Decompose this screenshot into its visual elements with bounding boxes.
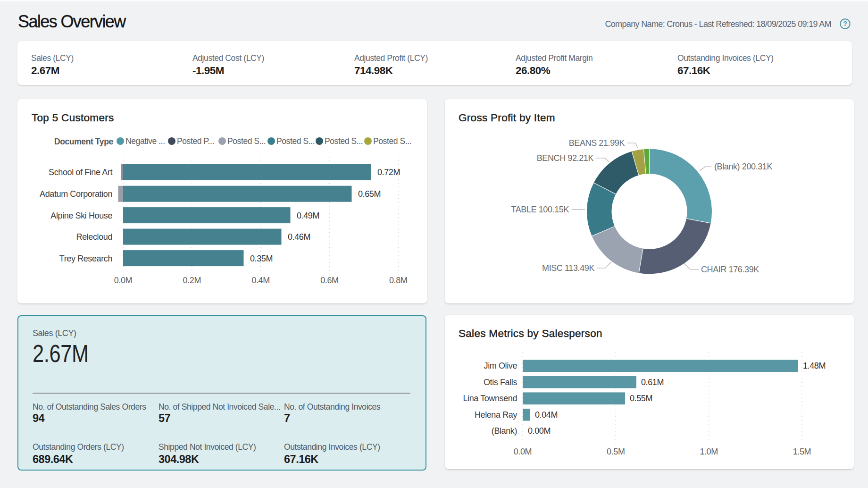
svg-text:0.4M: 0.4M <box>251 276 269 285</box>
svg-text:Alpine Ski House: Alpine Ski House <box>50 211 112 220</box>
svg-text:?: ? <box>843 20 847 27</box>
svg-text:0.04M: 0.04M <box>535 410 558 420</box>
svg-text:CHAIR 176.39K: CHAIR 176.39K <box>701 265 759 274</box>
svg-text:1.0M: 1.0M <box>700 447 718 456</box>
svg-text:Trey Research: Trey Research <box>59 254 112 263</box>
svg-text:0.5M: 0.5M <box>607 447 625 456</box>
svg-text:0.72M: 0.72M <box>377 168 400 177</box>
svg-text:BEANS 21.99K: BEANS 21.99K <box>569 138 625 148</box>
svg-text:MISC 113.49K: MISC 113.49K <box>542 263 594 273</box>
svg-text:0.0M: 0.0M <box>514 447 532 456</box>
svg-text:0.0M: 0.0M <box>114 276 132 285</box>
svg-text:0.46M: 0.46M <box>288 232 310 242</box>
svg-text:Helena Ray: Helena Ray <box>475 410 517 420</box>
svg-text:0.49M: 0.49M <box>297 211 319 220</box>
svg-text:Otis Falls: Otis Falls <box>484 378 517 387</box>
svg-text:School of Fine Art: School of Fine Art <box>49 168 112 177</box>
svg-text:1.5M: 1.5M <box>793 447 811 456</box>
svg-text:0.35M: 0.35M <box>250 254 273 263</box>
svg-text:(Blank): (Blank) <box>492 426 517 436</box>
svg-text:1.48M: 1.48M <box>803 361 826 370</box>
svg-text:Jim Olive: Jim Olive <box>484 361 517 370</box>
svg-text:0.61M: 0.61M <box>641 378 664 387</box>
svg-text:0.65M: 0.65M <box>358 189 381 199</box>
svg-text:Relecloud: Relecloud <box>76 232 112 242</box>
svg-text:0.8M: 0.8M <box>389 276 407 285</box>
svg-text:0.6M: 0.6M <box>320 276 338 285</box>
svg-text:BENCH 92.21K: BENCH 92.21K <box>537 153 594 163</box>
svg-text:TABLE 100.15K: TABLE 100.15K <box>511 205 569 214</box>
svg-text:0.00M: 0.00M <box>528 426 551 436</box>
svg-text:(Blank) 200.31K: (Blank) 200.31K <box>714 162 772 171</box>
svg-text:Lina Townsend: Lina Townsend <box>463 394 517 403</box>
svg-text:Adatum Corporation: Adatum Corporation <box>40 189 112 199</box>
svg-text:0.55M: 0.55M <box>630 394 652 403</box>
svg-text:0.2M: 0.2M <box>183 276 201 285</box>
